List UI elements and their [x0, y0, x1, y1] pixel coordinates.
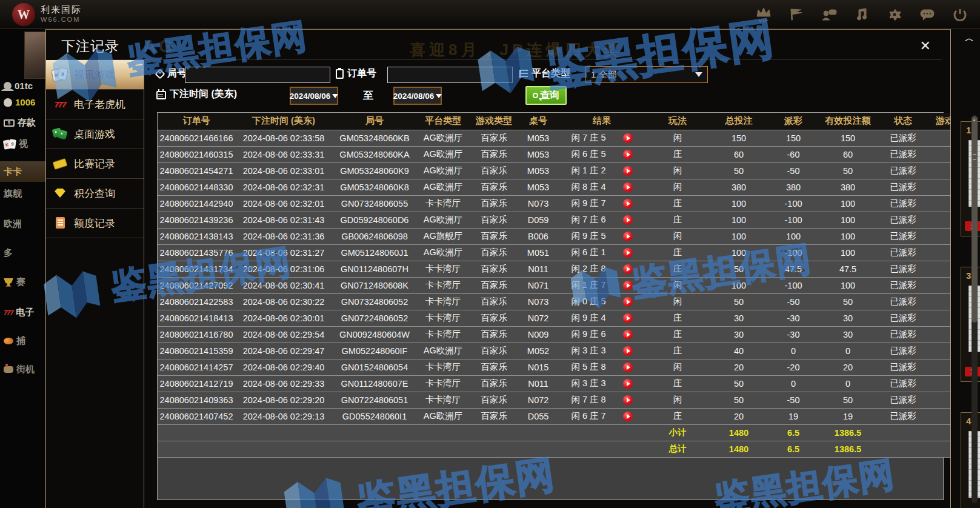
- sidebar-item-label: 存款: [18, 117, 36, 129]
- play-icon[interactable]: [623, 150, 633, 159]
- play-icon[interactable]: [623, 363, 633, 372]
- sidebar-item-01tc[interactable]: 01tc: [0, 81, 45, 91]
- sidebar-item-1006[interactable]: 1006: [0, 97, 45, 107]
- page-scrollbar-track[interactable]: [972, 115, 978, 503]
- total-cell: [519, 441, 558, 457]
- sidebar-item-欧洲[interactable]: 欧洲: [0, 218, 45, 230]
- payout: 19: [768, 408, 818, 424]
- sidebar-item-多[interactable]: 多: [0, 247, 45, 259]
- modal-tab-积分查询[interactable]: 积分查询: [46, 179, 144, 209]
- chevron-down-icon: [436, 94, 442, 98]
- close-icon[interactable]: ✕: [920, 39, 931, 53]
- total-cell: [469, 441, 519, 457]
- order-input[interactable]: [387, 67, 513, 83]
- modal-tab-电子老虎机[interactable]: 777电子老虎机: [46, 90, 144, 119]
- support-chat-icon[interactable]: [820, 4, 838, 25]
- round-no: GB00624806098: [332, 228, 417, 244]
- trophy-icon: [4, 278, 13, 287]
- round-no: GM053248060KA: [332, 146, 417, 162]
- avatar[interactable]: [24, 32, 45, 79]
- vip-icon[interactable]: VIP: [755, 4, 773, 25]
- modal-tab-视讯游戏[interactable]: K9视讯游戏: [46, 60, 144, 90]
- round-input[interactable]: [185, 67, 330, 83]
- modal-tab-label: 积分查询: [74, 187, 115, 201]
- search-button[interactable]: 查询: [525, 86, 567, 105]
- result: 闲 9 庄 4: [558, 310, 646, 326]
- sidebar-item-卡卡[interactable]: 卡卡: [0, 161, 45, 182]
- modal-sidebar: K9视讯游戏777电子老虎机桌面游戏比赛记录积分查询额度记录: [46, 60, 144, 508]
- play-icon[interactable]: [623, 395, 633, 405]
- payout: 0: [768, 375, 818, 392]
- play-icon[interactable]: [623, 346, 633, 356]
- sidebar-item-存款[interactable]: $存款: [0, 117, 45, 129]
- chevron-down-icon: [695, 72, 702, 77]
- subtotal-cell: [158, 424, 235, 441]
- play-icon[interactable]: [623, 379, 633, 389]
- settings-gear-icon[interactable]: [885, 4, 904, 25]
- play-icon[interactable]: [623, 330, 633, 339]
- bet-time: 2024-08-06 02:33:58: [235, 130, 332, 146]
- modal-tab-比赛记录[interactable]: 比赛记录: [46, 149, 144, 179]
- bet-time: 2024-08-06 02:32:01: [235, 195, 332, 212]
- sidebar-item-label: 欧洲: [4, 218, 22, 230]
- platform: 卡卡湾厅: [417, 359, 469, 375]
- platform: 卡卡湾厅: [417, 261, 469, 277]
- sidebar-item-赛[interactable]: 赛: [0, 276, 45, 288]
- column-header: 总投注: [709, 113, 768, 130]
- sidebar-item-捕[interactable]: 捕: [0, 335, 45, 347]
- column-header: 结果: [558, 113, 646, 130]
- status: 已派彩: [878, 310, 928, 326]
- message-bubble-icon[interactable]: [918, 4, 936, 25]
- page-scrollbar-thumb[interactable]: [972, 116, 978, 323]
- game-type: 百家乐: [469, 179, 519, 195]
- game-mode: -: [928, 162, 951, 179]
- bet-time: 2024-08-06 02:33:01: [235, 162, 332, 179]
- date-from-select[interactable]: 2024/08/06: [290, 87, 338, 105]
- valid-bet: 19: [818, 408, 878, 424]
- result: 闲 9 庄 7: [558, 195, 646, 212]
- result-text: 闲 9 庄 6: [571, 329, 605, 340]
- play-icon[interactable]: [623, 232, 633, 241]
- platform: AG旗舰厅: [417, 228, 469, 244]
- result-text: 闲 1 庄 2: [571, 165, 605, 176]
- play-icon[interactable]: [623, 182, 633, 192]
- status: 已派彩: [878, 277, 928, 293]
- play-icon[interactable]: [623, 248, 633, 258]
- flag-icon[interactable]: [787, 4, 805, 25]
- valid-bet: 0: [818, 375, 878, 392]
- power-icon[interactable]: [951, 4, 969, 25]
- brand-logo[interactable]: W: [12, 3, 35, 26]
- platform-type-select[interactable]: 1.全部: [585, 66, 708, 83]
- sidebar-item-视[interactable]: K9视: [0, 138, 45, 150]
- order-no: 240806021414257: [158, 359, 235, 375]
- date-to-select[interactable]: 2024/08/06: [393, 87, 442, 105]
- music-icon[interactable]: [853, 4, 871, 25]
- play-icon[interactable]: [623, 264, 633, 274]
- platform: 卡卡湾厅: [417, 195, 469, 212]
- platform: AG欧洲厅: [417, 162, 469, 179]
- play-icon[interactable]: [623, 133, 633, 143]
- play-icon[interactable]: [623, 166, 633, 176]
- play-icon[interactable]: [623, 215, 633, 225]
- platform: AG欧洲厅: [417, 130, 469, 146]
- sidebar-item-旗舰[interactable]: 旗舰: [0, 188, 45, 199]
- header-divider: [56, 59, 942, 59]
- sidebar-item-街机[interactable]: 街机: [0, 364, 45, 375]
- total-bet: 20: [709, 408, 768, 424]
- play-icon[interactable]: [623, 313, 633, 323]
- result-cell: 闲 5 庄 8: [571, 361, 632, 373]
- modal-tab-桌面游戏[interactable]: 桌面游戏: [46, 119, 144, 149]
- platform: AG欧洲厅: [417, 179, 469, 195]
- play-icon[interactable]: [623, 297, 633, 307]
- subtotal-cell: 小计: [646, 424, 709, 441]
- payout: -100: [768, 212, 818, 228]
- play-icon[interactable]: [623, 412, 633, 421]
- modal-tab-额度记录[interactable]: 额度记录: [46, 209, 144, 238]
- brand-name: 利来国际: [41, 4, 82, 16]
- play-icon[interactable]: [623, 199, 633, 209]
- sidebar-item-电子[interactable]: 777电子: [0, 307, 45, 318]
- result-text: 闲 0 庄 5: [571, 296, 605, 307]
- scroll-top-chevron-icon[interactable]: ︿: [965, 33, 977, 42]
- total-bet: 20: [709, 359, 768, 375]
- play-icon[interactable]: [623, 281, 633, 290]
